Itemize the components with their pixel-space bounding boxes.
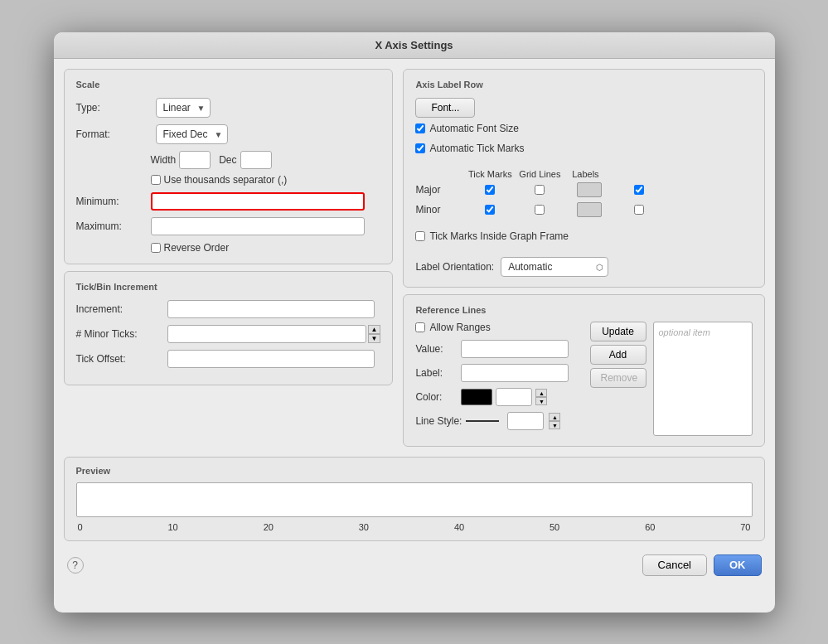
type-select[interactable]: Linear bbox=[156, 98, 211, 118]
dec-label: Dec bbox=[219, 154, 236, 166]
ref-lines-title: Reference Lines bbox=[415, 305, 752, 315]
ref-label-row: Label: bbox=[415, 364, 583, 382]
axis-label-50: 50 bbox=[550, 522, 559, 532]
tick-bin-title: Tick/Bin Increment bbox=[76, 282, 381, 292]
update-button[interactable]: Update bbox=[590, 322, 646, 341]
minimum-input[interactable]: 0 bbox=[151, 192, 365, 211]
ref-color-percent: 100% ▲ ▼ bbox=[461, 388, 547, 406]
optional-item-box: optional item bbox=[653, 322, 753, 436]
auto-tick-marks-checkbox[interactable] bbox=[415, 143, 425, 153]
ref-left: Allow Ranges Value: 29.71 Label: bbox=[415, 322, 583, 436]
width-input[interactable]: 12 bbox=[179, 151, 211, 169]
tick-inside-row: Tick Marks Inside Graph Frame bbox=[415, 230, 752, 242]
reverse-order-checkbox[interactable] bbox=[151, 243, 161, 253]
axis-label-title: Axis Label Row bbox=[415, 80, 752, 90]
ref-value-input[interactable]: 29.71 bbox=[461, 340, 569, 358]
ref-line-up-btn[interactable]: ▲ bbox=[549, 413, 560, 421]
minor-ticks-down-btn[interactable]: ▼ bbox=[368, 334, 381, 343]
axis-label-20: 20 bbox=[264, 522, 274, 532]
ref-line-style-controls: 1 ▲ ▼ bbox=[466, 412, 560, 430]
dec-input[interactable]: 0 bbox=[240, 151, 272, 169]
increment-input[interactable]: 10 bbox=[167, 300, 375, 318]
minor-grid-lines-checkbox[interactable] bbox=[535, 205, 545, 215]
major-grid-lines-cell bbox=[515, 185, 564, 195]
tick-offset-row: Tick Offset: bbox=[76, 350, 381, 368]
ref-line-down-btn[interactable]: ▼ bbox=[549, 421, 560, 429]
optional-item-text: optional item bbox=[659, 327, 710, 337]
minor-ticks-up-btn[interactable]: ▲ bbox=[368, 325, 381, 334]
axis-label-section: Axis Label Row Font... Automatic Font Si… bbox=[403, 69, 764, 288]
ref-line-style-label: Line Style: bbox=[415, 415, 462, 427]
auto-font-size-label: Automatic Font Size bbox=[429, 123, 518, 134]
add-button[interactable]: Add bbox=[590, 345, 646, 365]
major-color-swatch[interactable] bbox=[577, 182, 602, 197]
major-grid-color-cell bbox=[564, 182, 614, 197]
orientation-select-wrapper: Automatic ⬡ bbox=[501, 257, 608, 277]
format-select-wrapper: Fixed Dec ▼ bbox=[156, 124, 228, 144]
ref-percent-down-btn[interactable]: ▼ bbox=[535, 397, 547, 405]
major-row: Major bbox=[415, 182, 752, 197]
major-labels-cell bbox=[614, 185, 664, 195]
orientation-select[interactable]: Automatic bbox=[501, 257, 608, 277]
ref-percent-input[interactable]: 100% bbox=[496, 388, 532, 406]
minor-labels-cell bbox=[614, 205, 664, 215]
maximum-row: Maximum: 72.5 bbox=[76, 217, 381, 235]
tick-marks-header: Tick Marks bbox=[465, 169, 515, 179]
reverse-order-label: Reverse Order bbox=[164, 242, 230, 254]
ref-line-num-input[interactable]: 1 bbox=[507, 412, 544, 430]
help-button[interactable]: ? bbox=[67, 557, 84, 574]
auto-font-size-checkbox[interactable] bbox=[415, 123, 425, 133]
allow-ranges-checkbox[interactable] bbox=[415, 322, 425, 332]
minor-grid-lines-cell bbox=[515, 205, 564, 215]
preview-graph bbox=[76, 482, 753, 517]
type-row: Type: Linear ▼ bbox=[76, 98, 381, 118]
ref-value-row: Value: 29.71 bbox=[415, 340, 583, 358]
ref-color-row: Color: 100% ▲ ▼ bbox=[415, 388, 583, 406]
format-select[interactable]: Fixed Dec bbox=[156, 124, 228, 144]
dialog-buttons: Cancel OK bbox=[642, 554, 762, 576]
tick-offset-input[interactable] bbox=[167, 350, 375, 368]
ref-line-stepper: ▲ ▼ bbox=[549, 413, 560, 429]
orientation-row: Label Orientation: Automatic ⬡ bbox=[415, 257, 752, 277]
minor-labels-checkbox[interactable] bbox=[634, 205, 644, 215]
major-label: Major bbox=[415, 184, 465, 196]
major-grid-lines-checkbox[interactable] bbox=[535, 185, 545, 195]
axis-label-40: 40 bbox=[454, 522, 464, 532]
ref-body: Allow Ranges Value: 29.71 Label: bbox=[415, 322, 752, 436]
major-labels-checkbox[interactable] bbox=[634, 185, 644, 195]
tick-offset-label: Tick Offset: bbox=[76, 353, 167, 365]
minimum-row: Minimum: 0 bbox=[76, 192, 381, 211]
label-orientation-label: Label Orientation: bbox=[415, 261, 494, 273]
major-tick-marks-checkbox[interactable] bbox=[485, 185, 495, 195]
axis-label-60: 60 bbox=[645, 522, 655, 532]
major-tick-marks-cell bbox=[465, 185, 515, 195]
increment-label: Increment: bbox=[76, 303, 167, 315]
thousands-checkbox[interactable] bbox=[151, 175, 161, 185]
type-label: Type: bbox=[76, 102, 151, 114]
axis-label-0: 0 bbox=[78, 522, 83, 532]
ref-percent-up-btn[interactable]: ▲ bbox=[535, 389, 547, 397]
ref-label-input[interactable] bbox=[461, 364, 569, 382]
minor-label: Minor bbox=[415, 204, 465, 215]
auto-font-size-row: Automatic Font Size bbox=[415, 123, 752, 134]
minor-ticks-input[interactable]: 0 bbox=[167, 325, 366, 343]
format-row: Format: Fixed Dec ▼ bbox=[76, 124, 381, 144]
title-bar: X Axis Settings bbox=[54, 32, 775, 59]
axis-label-70: 70 bbox=[740, 522, 750, 532]
maximum-input[interactable]: 72.5 bbox=[151, 217, 365, 235]
line-dash-icon bbox=[466, 420, 499, 422]
minor-grid-color-cell bbox=[564, 202, 614, 217]
minor-tick-marks-checkbox[interactable] bbox=[485, 205, 495, 215]
remove-button[interactable]: Remove bbox=[590, 368, 646, 388]
ok-button[interactable]: OK bbox=[714, 554, 762, 576]
font-button[interactable]: Font... bbox=[415, 98, 475, 118]
tick-inside-checkbox[interactable] bbox=[415, 231, 425, 241]
right-panel: Axis Label Row Font... Automatic Font Si… bbox=[403, 69, 764, 447]
ref-color-swatch[interactable] bbox=[461, 389, 492, 405]
minor-color-swatch[interactable] bbox=[577, 202, 602, 217]
minor-ticks-stepper-btns: ▲ ▼ bbox=[368, 325, 381, 343]
scale-section: Scale Type: Linear ▼ Format: bbox=[64, 69, 394, 264]
left-panel: Scale Type: Linear ▼ Format: bbox=[64, 69, 394, 447]
ref-label-label: Label: bbox=[415, 367, 457, 379]
cancel-button[interactable]: Cancel bbox=[642, 554, 707, 576]
